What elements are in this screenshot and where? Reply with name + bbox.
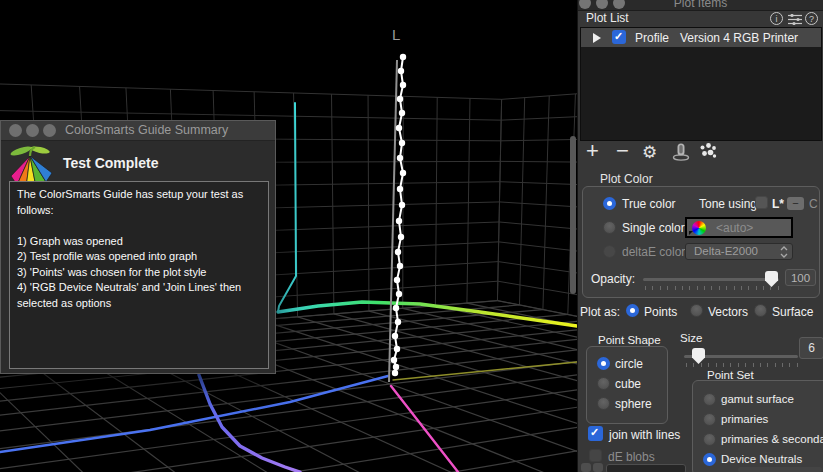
plot-as-surface-label: Surface	[772, 305, 813, 319]
pointset-primaries-secondaries-label: primaries & secondaries	[721, 433, 823, 445]
join-with-lines-checkbox[interactable]	[588, 426, 603, 441]
graph-scrollbar[interactable]	[570, 136, 576, 294]
single-color-swatch[interactable]: <auto>	[685, 217, 793, 238]
chevron-up-down-icon	[780, 246, 788, 258]
opacity-slider-track[interactable]	[643, 278, 779, 281]
neutral-point	[400, 82, 406, 88]
zoom-button[interactable]	[43, 124, 56, 137]
neutral-point	[396, 125, 402, 131]
shape-cube-radio[interactable]	[597, 377, 610, 390]
bottom-stepper-partial[interactable]	[581, 463, 591, 472]
neutral-point	[397, 155, 403, 161]
help-icon[interactable]: ?	[805, 12, 818, 25]
size-slider-ticks	[686, 363, 798, 367]
plot-as-points-radio[interactable]	[626, 304, 639, 317]
neutral-point	[398, 68, 404, 74]
pointset-gamut-surface-radio[interactable]	[703, 393, 716, 406]
neutral-point	[392, 333, 398, 339]
shape-cube-label: cube	[615, 377, 641, 391]
pointset-primaries-radio[interactable]	[703, 413, 716, 426]
plot-list[interactable]: Profile Version 4 RGB Printer	[580, 27, 822, 141]
shape-circle-label: circle	[615, 357, 643, 371]
neutral-point	[398, 234, 404, 240]
deltae-color-radio[interactable]	[603, 245, 616, 258]
opacity-label: Opacity:	[591, 272, 635, 286]
bottom-stepper-partial-2[interactable]	[593, 463, 603, 472]
join-with-lines-label: join with lines	[609, 428, 680, 442]
bottom-field-partial[interactable]	[606, 464, 686, 472]
neutral-point	[395, 319, 401, 325]
pointset-primaries-label: primaries	[721, 413, 768, 425]
neutral-point	[397, 96, 403, 102]
true-color-label: True color	[622, 197, 676, 211]
pointset-primaries-secondaries-radio[interactable]	[703, 433, 716, 446]
deltae-method-dropdown[interactable]: Delta-E2000	[685, 243, 793, 260]
settings-gear-icon[interactable]: ⚙	[642, 142, 657, 163]
point-shape-group: circle cube sphere	[586, 346, 668, 424]
dialog-heading: Test Complete	[63, 155, 158, 171]
panel-titlebar[interactable]: Plot Items	[578, 0, 823, 11]
dialog-titlebar[interactable]: ColorSmarts Guide Summary	[1, 121, 275, 141]
list-options-icon[interactable]	[788, 14, 802, 25]
neutral-point	[392, 370, 398, 376]
disclosure-triangle-icon[interactable]	[593, 33, 601, 43]
shape-circle-radio[interactable]	[597, 357, 610, 370]
de-blobs-label: dE blobs	[608, 450, 655, 464]
bottom-button-partial[interactable]	[738, 467, 822, 472]
deltae-color-label: deltaE color:	[622, 245, 689, 259]
plot-list-header: Plot List	[586, 11, 629, 25]
plot-as-label: Plot as:	[580, 305, 620, 319]
neutral-point	[399, 140, 405, 146]
tone-l-label: L*	[772, 197, 784, 211]
neutral-series: L	[389, 26, 406, 382]
profile-visible-checkbox[interactable]	[612, 30, 626, 44]
eyedropper-icon[interactable]	[672, 143, 690, 161]
neutral-point	[397, 263, 403, 269]
tone-using-label: Tone using:	[699, 197, 760, 211]
remove-button[interactable]: −	[616, 138, 629, 164]
plot-list-row[interactable]: Profile Version 4 RGB Printer	[581, 28, 821, 47]
shape-sphere-radio[interactable]	[597, 397, 610, 410]
l-axis-label: L	[392, 26, 400, 43]
neutral-point	[396, 291, 402, 297]
neutral-point	[400, 54, 406, 60]
tone-l-checkbox[interactable]	[755, 196, 768, 209]
point-shape-header: Point Shape	[598, 334, 661, 346]
single-color-label: Single color:	[622, 221, 688, 235]
tone-minus-button[interactable]: −	[787, 197, 804, 210]
plot-items-panel: Plot Items Plot List i ? Profile Version…	[577, 0, 823, 472]
true-color-radio[interactable]	[603, 197, 616, 210]
neutral-point	[394, 277, 400, 283]
add-button[interactable]: +	[586, 138, 599, 164]
neutral-point	[391, 357, 397, 363]
yellow-axis	[393, 362, 577, 380]
neutral-point	[393, 364, 399, 370]
de-blobs-checkbox[interactable]	[589, 449, 602, 462]
magenta-axis	[391, 386, 458, 472]
neutral-point	[397, 186, 403, 192]
size-slider-thumb[interactable]	[692, 348, 705, 364]
neutral-point	[396, 218, 402, 224]
colorsmarts-summary-dialog: ColorSmarts Guide Summary Test Complete …	[0, 120, 276, 374]
rainbow-swatch-icon	[692, 221, 706, 235]
plot-as-vectors-radio[interactable]	[690, 304, 703, 317]
plot-as-surface-radio[interactable]	[754, 304, 767, 317]
single-color-radio[interactable]	[603, 221, 616, 234]
neutral-point	[394, 346, 400, 352]
shape-sphere-label: sphere	[615, 397, 652, 411]
pointset-device-neutrals-radio[interactable]	[703, 453, 716, 466]
opacity-value: 100	[785, 269, 816, 286]
point-cloud-icon[interactable]	[699, 143, 717, 159]
pointset-device-neutrals-label: Device Neutrals	[721, 453, 802, 465]
plot-color-group: True color Tone using: L* − C Single col…	[582, 186, 820, 298]
row-type-label: Profile	[635, 31, 669, 45]
opacity-slider-thumb[interactable]	[765, 271, 778, 287]
info-icon[interactable]: i	[770, 12, 783, 25]
deltae-method-value: Delta-E2000	[694, 245, 758, 257]
point-set-group: gamut surface primaries primaries & seco…	[692, 380, 823, 472]
dialog-title: ColorSmarts Guide Summary	[65, 123, 228, 137]
minimize-button[interactable]	[26, 124, 39, 137]
neutral-point	[400, 170, 406, 176]
close-button[interactable]	[9, 124, 22, 137]
blue-purple-curve	[199, 375, 300, 472]
